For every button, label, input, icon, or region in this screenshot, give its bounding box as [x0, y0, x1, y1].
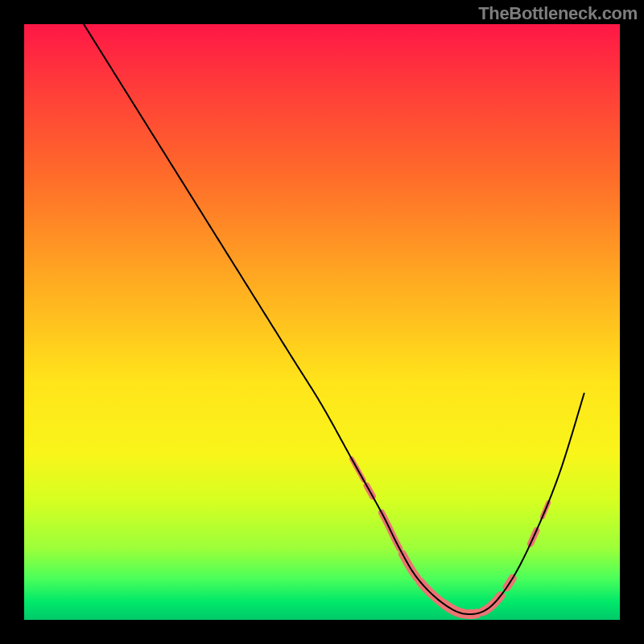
attribution-text: TheBottleneck.com: [478, 3, 638, 24]
bottleneck-curve: [84, 24, 584, 614]
chart-svg: [24, 24, 620, 620]
curve-group: [84, 24, 584, 614]
chart-plot-area: [24, 24, 620, 620]
highlight-bands-group: [352, 459, 548, 614]
